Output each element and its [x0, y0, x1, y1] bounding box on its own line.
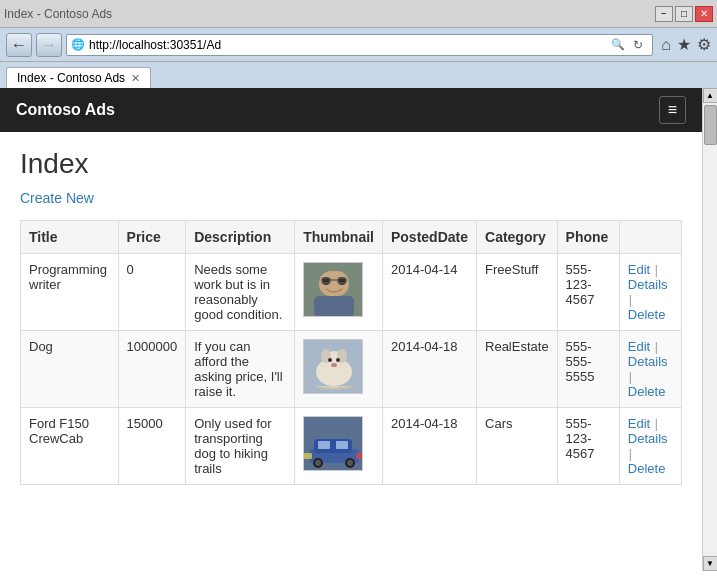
navbar-brand: Contoso Ads [16, 101, 115, 119]
table-header: Title Price Description Thumbnail Posted… [21, 221, 682, 254]
url-input[interactable] [89, 38, 608, 52]
browser-chrome: Index - Contoso Ads − □ ✕ ← → 🌐 🔍 ↻ ⌂ ★ … [0, 0, 717, 88]
details-link-2[interactable]: Details [628, 431, 668, 446]
table-row: Dog 1000000 If you can afford the asking… [21, 331, 682, 408]
sep-4: | [629, 370, 632, 384]
maximize-button[interactable]: □ [675, 6, 693, 22]
sep-2: | [629, 293, 632, 307]
page-title: Index [20, 148, 682, 180]
cell-posteddate: 2014-04-14 [382, 254, 476, 331]
scroll-up-button[interactable]: ▲ [703, 88, 718, 103]
cell-thumbnail [295, 331, 383, 408]
nav-bar: ← → 🌐 🔍 ↻ ⌂ ★ ⚙ [0, 28, 717, 62]
settings-button[interactable]: ⚙ [697, 35, 711, 54]
address-bar: 🌐 🔍 ↻ [66, 34, 653, 56]
vertical-scrollbar: ▲ ▼ [702, 88, 717, 571]
sep-1: | [655, 263, 658, 277]
tab-bar: Index - Contoso Ads ✕ [0, 62, 717, 88]
favorites-button[interactable]: ★ [677, 35, 691, 54]
minimize-button[interactable]: − [655, 6, 673, 22]
cell-title: Programming writer [21, 254, 119, 331]
cell-thumbnail [295, 254, 383, 331]
active-tab[interactable]: Index - Contoso Ads ✕ [6, 67, 151, 88]
cell-category: FreeStuff [477, 254, 558, 331]
svg-rect-19 [318, 441, 330, 449]
cell-actions: Edit | Details | Delete [619, 331, 681, 408]
delete-link-1[interactable]: Delete [628, 384, 666, 399]
svg-point-14 [336, 358, 340, 362]
sep-3: | [655, 340, 658, 354]
cell-price: 15000 [118, 408, 186, 485]
navbar-toggle-button[interactable]: ≡ [659, 96, 686, 124]
svg-rect-7 [314, 296, 354, 317]
cell-description: Only used for transporting dog to hiking… [186, 408, 295, 485]
address-icon: 🌐 [71, 38, 85, 51]
site-navbar: Contoso Ads ≡ [0, 88, 702, 132]
cell-phone: 555-123-4567 [557, 408, 619, 485]
svg-rect-20 [336, 441, 348, 449]
details-link-0[interactable]: Details [628, 277, 668, 292]
refresh-button[interactable]: ↻ [628, 35, 648, 55]
col-category: Category [477, 221, 558, 254]
cell-description: If you can afford the asking price, I'll… [186, 331, 295, 408]
forward-button[interactable]: → [36, 33, 62, 57]
cell-category: Cars [477, 408, 558, 485]
cell-actions: Edit | Details | Delete [619, 408, 681, 485]
app-content: Contoso Ads ≡ Index Create New Title Pri… [0, 88, 702, 571]
details-link-1[interactable]: Details [628, 354, 668, 369]
cell-actions: Edit | Details | Delete [619, 254, 681, 331]
cell-category: RealEstate [477, 331, 558, 408]
scrollbar-thumb[interactable] [704, 105, 717, 145]
search-button[interactable]: 🔍 [608, 35, 628, 55]
window-controls: − □ ✕ [655, 6, 713, 22]
table-body: Programming writer 0 Needs some work but… [21, 254, 682, 485]
ads-table: Title Price Description Thumbnail Posted… [20, 220, 682, 485]
title-bar-left: Index - Contoso Ads [4, 7, 118, 21]
close-button[interactable]: ✕ [695, 6, 713, 22]
cell-title: Dog [21, 331, 119, 408]
svg-point-13 [328, 358, 332, 362]
thumbnail-image [303, 416, 363, 471]
col-actions [619, 221, 681, 254]
home-button[interactable]: ⌂ [661, 36, 671, 54]
edit-link-1[interactable]: Edit [628, 339, 650, 354]
cell-posteddate: 2014-04-18 [382, 331, 476, 408]
cell-phone: 555-555-5555 [557, 331, 619, 408]
cell-posteddate: 2014-04-18 [382, 408, 476, 485]
thumbnail-image [303, 262, 363, 317]
table-row: Programming writer 0 Needs some work but… [21, 254, 682, 331]
edit-link-2[interactable]: Edit [628, 416, 650, 431]
delete-link-0[interactable]: Delete [628, 307, 666, 322]
cell-phone: 555-123-4567 [557, 254, 619, 331]
cell-price: 1000000 [118, 331, 186, 408]
svg-rect-26 [356, 453, 363, 459]
svg-point-22 [315, 460, 321, 466]
scrollbar-track [703, 103, 717, 556]
cell-title: Ford F150 CrewCab [21, 408, 119, 485]
edit-link-0[interactable]: Edit [628, 262, 650, 277]
scroll-down-button[interactable]: ▼ [703, 556, 718, 571]
create-new-link[interactable]: Create New [20, 190, 94, 206]
delete-link-2[interactable]: Delete [628, 461, 666, 476]
table-row: Ford F150 CrewCab 15000 Only used for tr… [21, 408, 682, 485]
cell-thumbnail [295, 408, 383, 485]
tab-label: Index - Contoso Ads [17, 71, 125, 85]
page-container: Contoso Ads ≡ Index Create New Title Pri… [0, 88, 717, 571]
main-content: Index Create New Title Price Description… [0, 132, 702, 571]
sep-6: | [629, 447, 632, 461]
col-phone: Phone [557, 221, 619, 254]
tab-close-button[interactable]: ✕ [131, 72, 140, 85]
col-title: Title [21, 221, 119, 254]
nav-actions: ⌂ ★ ⚙ [661, 35, 711, 54]
cell-price: 0 [118, 254, 186, 331]
col-thumbnail: Thumbnail [295, 221, 383, 254]
title-bar: Index - Contoso Ads − □ ✕ [0, 0, 717, 28]
svg-point-24 [347, 460, 353, 466]
svg-point-15 [331, 363, 337, 367]
svg-rect-25 [304, 453, 312, 459]
cell-description: Needs some work but is in reasonably goo… [186, 254, 295, 331]
sep-5: | [655, 417, 658, 431]
thumbnail-image [303, 339, 363, 394]
back-button[interactable]: ← [6, 33, 32, 57]
window-title-text: Index - Contoso Ads [4, 7, 112, 21]
